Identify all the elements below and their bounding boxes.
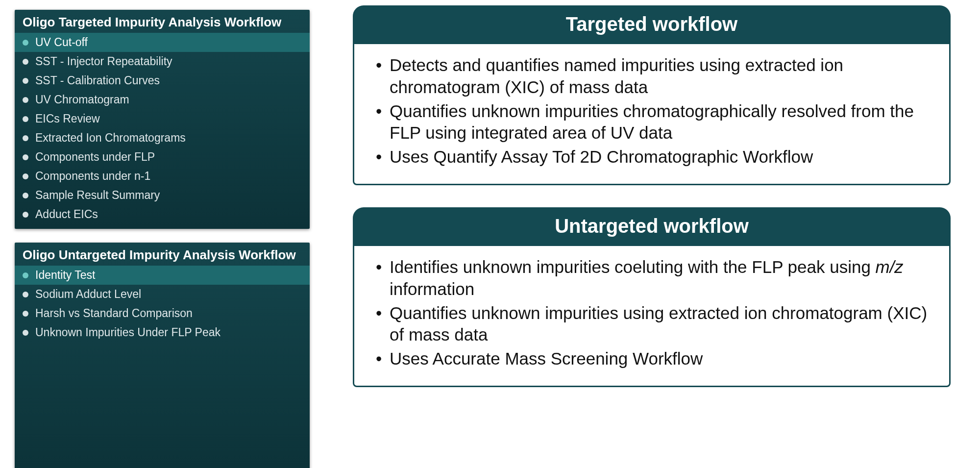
workflow-step-label: Sample Result Summary <box>35 189 160 202</box>
workflow-step-label: Components under FLP <box>35 150 155 164</box>
panel-targeted-list: UV Cut-off SST - Injector Repeatability … <box>15 33 310 224</box>
bullet-text-pre: Identifies unknown impurities coeluting … <box>390 257 876 276</box>
workflow-step-sst-injector[interactable]: SST - Injector Repeatability <box>15 52 310 71</box>
card-untargeted-body: Identifies unknown impurities coeluting … <box>376 256 934 370</box>
bullet-icon <box>23 59 28 65</box>
workflow-step-label: Harsh vs Standard Comparison <box>35 307 193 320</box>
card-bullet: Identifies unknown impurities coeluting … <box>376 256 934 300</box>
panel-targeted-title: Oligo Targeted Impurity Analysis Workflo… <box>15 10 310 33</box>
bullet-icon <box>23 40 28 46</box>
card-targeted-body: Detects and quantifies named impurities … <box>376 54 934 168</box>
right-column: Targeted workflow Detects and quantifies… <box>353 19 951 422</box>
card-bullet: Uses Accurate Mass Screening Workflow <box>376 348 934 370</box>
workflow-step-label: Adduct EICs <box>35 208 98 221</box>
workflow-step-sodium-adduct[interactable]: Sodium Adduct Level <box>15 285 310 304</box>
bullet-icon <box>23 193 28 198</box>
bullet-icon <box>23 311 28 317</box>
workflow-step-identity-test[interactable]: Identity Test <box>15 266 310 285</box>
panel-untargeted-list: Identity Test Sodium Adduct Level Harsh … <box>15 266 310 342</box>
bullet-icon <box>23 173 28 179</box>
card-bullet: Detects and quantifies named impurities … <box>376 54 934 99</box>
bullet-icon <box>23 154 28 160</box>
bullet-icon <box>23 292 28 297</box>
left-column: Oligo Targeted Impurity Analysis Workflo… <box>15 10 310 468</box>
workflow-step-label: Sodium Adduct Level <box>35 288 141 301</box>
card-targeted-title: Targeted workflow <box>353 5 951 44</box>
workflow-step-label: UV Cut-off <box>35 36 88 49</box>
card-bullet: Quantifies unknown impurities using extr… <box>376 302 934 346</box>
panel-untargeted-workflow: Oligo Untargeted Impurity Analysis Workf… <box>15 243 310 468</box>
card-bullet: Quantifies unknown impurities chromatogr… <box>376 100 934 145</box>
workflow-step-uv-cutoff[interactable]: UV Cut-off <box>15 33 310 52</box>
panel-targeted-workflow: Oligo Targeted Impurity Analysis Workflo… <box>15 10 310 229</box>
workflow-step-uv-chromatogram[interactable]: UV Chromatogram <box>15 90 310 109</box>
workflow-step-sample-summary[interactable]: Sample Result Summary <box>15 186 310 205</box>
workflow-step-label: EICs Review <box>35 112 100 125</box>
workflow-step-components-n1[interactable]: Components under n-1 <box>15 167 310 186</box>
bullet-text-post: information <box>390 279 474 298</box>
card-untargeted-workflow: Untargeted workflow Identifies unknown i… <box>353 221 951 387</box>
bullet-icon <box>23 135 28 141</box>
bullet-icon <box>23 212 28 218</box>
workflow-step-label: UV Chromatogram <box>35 93 129 106</box>
workflow-step-adduct-eics[interactable]: Adduct EICs <box>15 205 310 224</box>
workflow-step-label: Unknown Impurities Under FLP Peak <box>35 326 220 339</box>
workflow-step-label: SST - Calibration Curves <box>35 74 160 87</box>
bullet-icon <box>23 78 28 84</box>
workflow-step-label: Identity Test <box>35 269 95 282</box>
workflow-step-harsh-vs-standard[interactable]: Harsh vs Standard Comparison <box>15 304 310 323</box>
workflow-step-label: Extracted Ion Chromatograms <box>35 131 186 145</box>
card-untargeted-title: Untargeted workflow <box>353 207 951 246</box>
bullet-icon <box>23 272 28 278</box>
workflow-step-components-flp[interactable]: Components under FLP <box>15 148 310 167</box>
bullet-text-mz: m/z <box>876 257 903 276</box>
bullet-icon <box>23 116 28 122</box>
bullet-icon <box>23 330 28 336</box>
workflow-step-sst-calibration[interactable]: SST - Calibration Curves <box>15 71 310 90</box>
panel-untargeted-title: Oligo Untargeted Impurity Analysis Workf… <box>15 243 310 266</box>
workflow-step-extracted-ion-chrom[interactable]: Extracted Ion Chromatograms <box>15 128 310 148</box>
bullet-icon <box>23 97 28 103</box>
workflow-step-label: Components under n-1 <box>35 170 150 183</box>
card-targeted-workflow: Targeted workflow Detects and quantifies… <box>353 19 951 185</box>
workflow-step-label: SST - Injector Repeatability <box>35 55 172 68</box>
workflow-step-unknown-impurities-flp[interactable]: Unknown Impurities Under FLP Peak <box>15 323 310 342</box>
workflow-step-eics-review[interactable]: EICs Review <box>15 109 310 128</box>
card-bullet: Uses Quantify Assay Tof 2D Chromatograph… <box>376 146 934 168</box>
